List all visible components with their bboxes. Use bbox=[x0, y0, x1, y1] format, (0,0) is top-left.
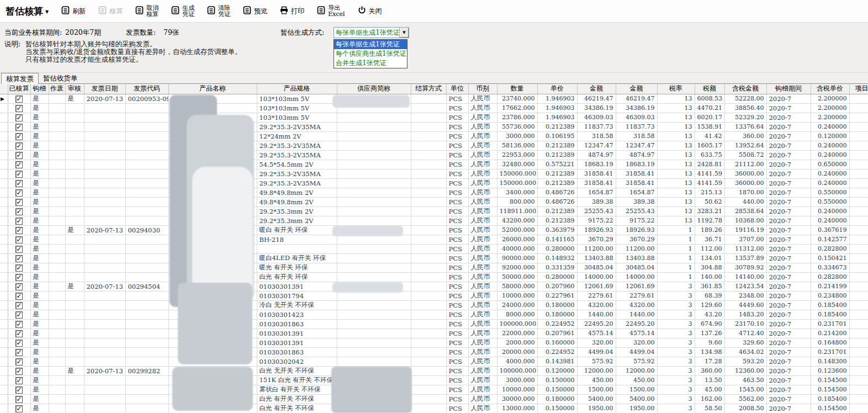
column-header-amount2[interactable]: 金额 bbox=[616, 84, 657, 94]
column-header-currency[interactable]: 币别 bbox=[468, 84, 497, 94]
row-checkbox[interactable]: ✓ bbox=[15, 208, 23, 215]
row-checkbox[interactable]: ✓ bbox=[15, 105, 23, 112]
column-header-settlement[interactable]: 结算方式 bbox=[411, 84, 446, 94]
column-header-product-spec[interactable]: 产品规格 bbox=[257, 84, 337, 94]
column-header-price-with-tax[interactable]: 含税单价 bbox=[811, 84, 849, 94]
row-checkbox[interactable]: ✓ bbox=[15, 358, 23, 366]
table-row[interactable]: ✓ 是 冷白 无开关 不环保 PCS 人民币 24000.000 0.18000… bbox=[0, 300, 868, 310]
row-checkbox[interactable]: ✓ bbox=[15, 274, 23, 281]
row-checkbox[interactable]: ✓ bbox=[15, 246, 23, 253]
column-header-tax-rate[interactable]: 税率 bbox=[657, 84, 695, 94]
column-header-voided[interactable]: 作废 bbox=[49, 84, 65, 94]
row-checkbox[interactable]: ✓ bbox=[15, 283, 23, 290]
table-row[interactable]: ✓ 是 01030301863 PCS 人民币 100000.000 0.224… bbox=[0, 319, 868, 329]
row-checkbox[interactable]: ✓ bbox=[15, 377, 23, 384]
row-checkbox[interactable]: ✓ bbox=[15, 349, 23, 356]
column-header-supplier[interactable]: 供应商简称 bbox=[337, 84, 411, 94]
cancel-account-button[interactable]: 取消 核算 bbox=[135, 5, 158, 17]
column-header-unit-price[interactable]: 单价 bbox=[537, 84, 577, 94]
preview-button[interactable]: 预览 bbox=[242, 6, 267, 17]
table-row[interactable]: ✓ 是 29.2*35.3-2V35MA PCS 人民币 150000.000 … bbox=[0, 178, 868, 188]
column-header-amount[interactable]: 金额 bbox=[577, 84, 616, 94]
table-row[interactable]: ✓ 是 01030302042 PCS 人民币 4000.000 0.14398… bbox=[0, 357, 868, 366]
dropdown-option[interactable]: 合并生成1张凭证 bbox=[334, 59, 407, 68]
row-checkbox[interactable]: ✓ bbox=[15, 142, 23, 150]
row-checkbox[interactable]: ✓ bbox=[15, 236, 23, 243]
tab-estimated-receipts[interactable]: 暂估收货单 bbox=[39, 73, 82, 84]
row-checkbox[interactable]: ✓ bbox=[15, 405, 23, 412]
table-row[interactable]: ✓ 是 12*24mm 2V PCS 人民币 3000.000 0.106195… bbox=[0, 131, 868, 141]
table-row[interactable]: ✓ 是 54.5*54.5mm 2V PCS 人民币 32480.000 0.5… bbox=[0, 160, 868, 169]
row-checkbox[interactable]: ✓ bbox=[15, 199, 23, 206]
table-row[interactable]: ✓ 是 29.2*35.3mm 2V PCS 人民币 43200.000 0.2… bbox=[0, 216, 868, 225]
column-header-audited[interactable]: 审核 bbox=[65, 84, 84, 94]
table-row[interactable]: ▶ ✓ 是 是 2020-07-13 00200953-095 103*103m… bbox=[0, 94, 868, 103]
row-checkbox[interactable]: ✓ bbox=[15, 311, 23, 319]
row-checkbox[interactable]: ✓ bbox=[15, 293, 23, 300]
table-row[interactable]: ✓ 是 PCS 人民币 40000.000 0.280000 11200.00 … bbox=[0, 244, 868, 253]
table-row[interactable]: ✓ 是 是 2020-07-13 00299282 白光 无开关 不环保 PCS… bbox=[0, 366, 868, 375]
row-checkbox[interactable]: ✓ bbox=[15, 96, 23, 103]
row-checkbox[interactable]: ✓ bbox=[15, 264, 23, 272]
table-row[interactable]: ✓ 是 BH-218 PCS 人民币 26000.000 0.141165 36… bbox=[0, 235, 868, 244]
clear-voucher-button[interactable]: 清除 凭证 bbox=[207, 5, 230, 17]
row-checkbox[interactable]: ✓ bbox=[15, 302, 23, 309]
refresh-button[interactable]: 刷新 bbox=[61, 6, 86, 17]
table-row[interactable]: ✓ 是 白光 有开关 环保 PCS 人民币 50000.000 0.280000… bbox=[0, 272, 868, 282]
tab-accounted-invoices[interactable]: 核算发票 bbox=[1, 73, 39, 84]
table-row[interactable]: ✓ 是 是 2020-07-13 00294030 暖白 有开关 环保 PCS … bbox=[0, 225, 868, 235]
column-header-product-name[interactable]: 产品名称 bbox=[168, 84, 257, 94]
column-header-amount-with-tax[interactable]: 含税金额 bbox=[724, 84, 766, 94]
row-checkbox[interactable]: ✓ bbox=[15, 152, 23, 159]
column-header-invoice-date[interactable]: 发票日期 bbox=[84, 84, 125, 94]
table-row[interactable]: ✓ 是 是 2020-07-13 00294504 01030301391 PC… bbox=[0, 282, 868, 291]
export-excel-button[interactable]: 导出 Excel bbox=[316, 5, 345, 17]
column-header-tax[interactable]: 税额 bbox=[695, 84, 724, 94]
app-title[interactable]: 暂估核算 ▼ bbox=[6, 5, 49, 18]
column-header-project[interactable]: 项目 bbox=[849, 84, 868, 94]
table-row[interactable]: ✓ 是 29.2*35.3-2V35MA PCS 人民币 22953.000 0… bbox=[0, 150, 868, 160]
row-checkbox[interactable]: ✓ bbox=[15, 161, 23, 168]
print-button[interactable]: 打印 bbox=[279, 6, 304, 17]
row-checkbox[interactable]: ✓ bbox=[15, 114, 23, 121]
column-header-invoice-code[interactable]: 发票代码 bbox=[125, 84, 168, 94]
table-row[interactable]: ✓ 是 暖光 有开关 环保 PCS 人民币 92000.000 0.331359… bbox=[0, 263, 868, 272]
table-row[interactable]: ✓ 是 103*103mm 5V PCS 人民币 17662.000 1.946… bbox=[0, 103, 868, 113]
column-header-recon-period[interactable]: 钩稽期间 bbox=[766, 84, 811, 94]
combobox-dropdown-button[interactable]: ▼ bbox=[399, 28, 409, 38]
column-header-checked[interactable]: 已核算 bbox=[8, 84, 30, 94]
table-row[interactable]: ✓ 是 01030301794 PCS 人民币 10000.000 0.2279… bbox=[0, 291, 868, 300]
table-row[interactable]: ✓ 是 49.8*49.8mm 2V PCS 人民币 3400.000 0.48… bbox=[0, 188, 868, 197]
close-button[interactable]: 关闭 bbox=[357, 6, 382, 17]
row-checkbox[interactable]: ✓ bbox=[15, 321, 23, 328]
table-row[interactable]: ✓ 是 01030301863 PCS 人民币 20000.000 0.2249… bbox=[0, 347, 868, 357]
dropdown-option[interactable]: 每张单据生成1张凭证 bbox=[334, 40, 407, 49]
table-row[interactable]: ✓ 是 01030301423 PCS 人民币 8000.000 0.18000… bbox=[0, 310, 868, 319]
row-checkbox[interactable]: ✓ bbox=[15, 227, 23, 234]
column-header-unit[interactable]: 单位 bbox=[446, 84, 468, 94]
table-row[interactable]: ✓ 是 白光 有开关 不环保 PCS 人民币 13000.000 0.15000… bbox=[0, 404, 868, 413]
row-checkbox[interactable]: ✓ bbox=[15, 368, 23, 375]
column-header-reconciled[interactable]: 钩稽 bbox=[30, 84, 49, 94]
table-row[interactable]: ✓ 是 151K 白光 有开关 不环保 PCS 人民币 3000.000 0.1… bbox=[0, 375, 868, 385]
row-checkbox[interactable]: ✓ bbox=[15, 189, 23, 197]
row-checkbox[interactable]: ✓ bbox=[15, 180, 23, 187]
row-checkbox[interactable]: ✓ bbox=[15, 218, 23, 225]
row-checkbox[interactable]: ✓ bbox=[15, 133, 23, 140]
generate-voucher-button[interactable]: 生成 凭证 bbox=[171, 5, 194, 17]
table-row[interactable]: ✓ 是 29.2*35.3-2V35MA PCS 人民币 150000.000 … bbox=[0, 169, 868, 178]
table-row[interactable]: ✓ 是 暖白4LED 有开关 环保 PCS 人民币 90000.000 0.14… bbox=[0, 253, 868, 263]
table-row[interactable]: ✓ 是 白光 有开关 不环保 PCS 人民币 30000.000 0.18000… bbox=[0, 394, 868, 404]
row-checkbox[interactable]: ✓ bbox=[15, 255, 23, 262]
table-row[interactable]: ✓ 是 103*103mm 5V PCS 人民币 23786.000 1.946… bbox=[0, 113, 868, 122]
table-row[interactable]: ✓ 是 29.2*35.3-2V35MA PCS 人民币 55736.000 0… bbox=[0, 122, 868, 131]
table-row[interactable]: ✓ 是 49.8*49.8mm 2V PCS 人民币 800.000 0.486… bbox=[0, 197, 868, 206]
row-checkbox[interactable]: ✓ bbox=[15, 340, 23, 347]
column-header-quantity[interactable]: 数量 bbox=[497, 84, 537, 94]
table-row[interactable]: ✓ 是 01030301391 PCS 人民币 2000.000 0.16000… bbox=[0, 338, 868, 347]
gen-mode-combobox[interactable]: 每张单据生成1张凭证 ▼ bbox=[334, 27, 409, 38]
table-row[interactable]: ✓ 是 雾状白 有开关 不环保 PCS 人民币 10000.000 0.1500… bbox=[0, 385, 868, 394]
row-checkbox[interactable]: ✓ bbox=[15, 396, 23, 403]
table-row[interactable]: ✓ 是 29.2*35.3mm 2V PCS 人民币 118911.000 0.… bbox=[0, 206, 868, 216]
row-checkbox[interactable]: ✓ bbox=[15, 171, 23, 178]
